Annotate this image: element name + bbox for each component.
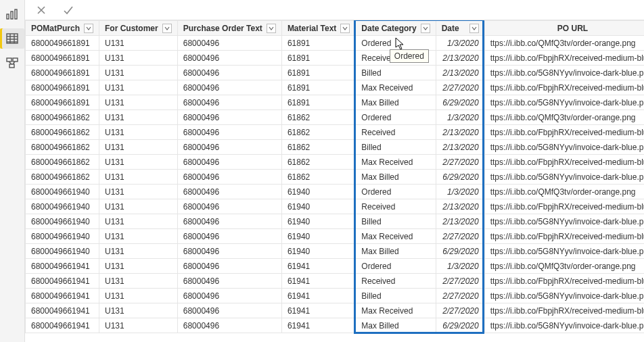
cell-cust[interactable]: U131: [99, 36, 178, 51]
cell-date-category[interactable]: Max Billed: [356, 318, 436, 333]
cell-pomat[interactable]: 6800049661940: [26, 214, 99, 229]
data-view-button[interactable]: [0, 28, 24, 49]
cell-url[interactable]: ttps://i.ibb.co/5G8NYyv/invoice-dark-blu…: [484, 66, 644, 80]
cell-pomat[interactable]: 6800049661941: [26, 303, 99, 318]
table-row[interactable]: 6800049661941U1316800049661941Received2/…: [26, 274, 645, 289]
column-header-date[interactable]: Date: [436, 21, 484, 36]
column-header-potext[interactable]: Purchase Order Text: [177, 21, 281, 36]
cell-url[interactable]: ttps://i.ibb.co/5G8NYyv/invoice-dark-blu…: [484, 214, 644, 229]
cell-date[interactable]: 2/27/2020: [436, 274, 484, 289]
table-row[interactable]: 6800049661941U1316800049661941Ordered1/3…: [26, 259, 645, 274]
cell-mat[interactable]: 61940: [281, 229, 355, 244]
cell-potext[interactable]: 68000496: [177, 185, 281, 199]
cell-mat[interactable]: 61891: [281, 95, 355, 110]
cell-pomat[interactable]: 6800049661941: [26, 289, 99, 303]
cell-date[interactable]: 6/29/2020: [436, 244, 484, 259]
cell-cust[interactable]: U131: [99, 125, 178, 140]
table-row[interactable]: 6800049661862U1316800049661862Received2/…: [26, 125, 645, 140]
cell-mat[interactable]: 61941: [281, 289, 355, 303]
cell-pomat[interactable]: 6800049661891: [26, 66, 99, 80]
column-header-cat[interactable]: Date Category: [356, 21, 436, 36]
cell-date[interactable]: 2/13/2020: [436, 66, 484, 80]
model-view-button[interactable]: [0, 53, 24, 73]
data-grid[interactable]: POMatPurchFor CustomerPurchase Order Tex…: [25, 20, 644, 342]
cell-mat[interactable]: 61941: [281, 274, 355, 289]
filter-button-cat[interactable]: [421, 24, 430, 33]
cell-potext[interactable]: 68000496: [177, 51, 281, 66]
cell-mat[interactable]: 61940: [281, 199, 355, 214]
cell-url[interactable]: ttps://i.ibb.co/FbpjhRX/received-medium-…: [484, 303, 644, 318]
cell-pomat[interactable]: 6800049661891: [26, 36, 99, 51]
cell-date[interactable]: 2/13/2020: [436, 199, 484, 214]
cell-url[interactable]: ttps://i.ibb.co/FbpjhRX/received-medium-…: [484, 274, 644, 289]
table-row[interactable]: 6800049661891U1316800049661891Ordered1/3…: [26, 36, 645, 51]
column-header-url[interactable]: PO URL: [484, 21, 644, 36]
cell-mat[interactable]: 61891: [281, 51, 355, 66]
table-row[interactable]: 6800049661862U1316800049661862Max Billed…: [26, 170, 645, 185]
cell-cust[interactable]: U131: [99, 140, 178, 155]
cell-date[interactable]: 1/3/2020: [436, 185, 484, 199]
cell-date-category[interactable]: Max Billed: [356, 244, 436, 259]
cell-mat[interactable]: 61862: [281, 140, 355, 155]
cell-date-category[interactable]: Max Received: [356, 229, 436, 244]
cell-date[interactable]: 1/3/2020: [436, 110, 484, 125]
cell-date-category[interactable]: Billed: [356, 140, 436, 155]
cell-potext[interactable]: 68000496: [177, 199, 281, 214]
cell-cust[interactable]: U131: [99, 80, 178, 95]
cell-mat[interactable]: 61941: [281, 318, 355, 333]
cell-mat[interactable]: 61940: [281, 244, 355, 259]
cell-pomat[interactable]: 6800049661891: [26, 95, 99, 110]
cell-url[interactable]: ttps://i.ibb.co/QMfQ3tv/order-orange.png: [484, 185, 644, 199]
cell-pomat[interactable]: 6800049661862: [26, 170, 99, 185]
cell-pomat[interactable]: 6800049661862: [26, 110, 99, 125]
cell-url[interactable]: ttps://i.ibb.co/FbpjhRX/received-medium-…: [484, 125, 644, 140]
cell-pomat[interactable]: 6800049661940: [26, 244, 99, 259]
cell-date[interactable]: 1/3/2020: [436, 259, 484, 274]
cell-cust[interactable]: U131: [99, 303, 178, 318]
cell-mat[interactable]: 61891: [281, 66, 355, 80]
cell-date[interactable]: 2/13/2020: [436, 140, 484, 155]
cell-url[interactable]: ttps://i.ibb.co/5G8NYyv/invoice-dark-blu…: [484, 289, 644, 303]
cell-date[interactable]: 2/13/2020: [436, 125, 484, 140]
cell-potext[interactable]: 68000496: [177, 274, 281, 289]
cell-date-category[interactable]: Received: [356, 199, 436, 214]
cell-potext[interactable]: 68000496: [177, 170, 281, 185]
cell-date-category[interactable]: Ordered: [356, 259, 436, 274]
cell-url[interactable]: ttps://i.ibb.co/FbpjhRX/received-medium-…: [484, 80, 644, 95]
table-row[interactable]: 6800049661891U1316800049661891Billed2/13…: [26, 66, 645, 80]
cell-potext[interactable]: 68000496: [177, 303, 281, 318]
filter-button-potext[interactable]: [267, 24, 276, 33]
cell-date[interactable]: 6/29/2020: [436, 95, 484, 110]
cell-potext[interactable]: 68000496: [177, 214, 281, 229]
cell-date-category[interactable]: Billed: [356, 289, 436, 303]
cell-mat[interactable]: 61862: [281, 170, 355, 185]
cell-date[interactable]: 6/29/2020: [436, 170, 484, 185]
cell-pomat[interactable]: 6800049661941: [26, 274, 99, 289]
cell-date-category[interactable]: Max Received: [356, 155, 436, 170]
table-row[interactable]: 6800049661940U1316800049661940Billed2/13…: [26, 214, 645, 229]
filter-button-date[interactable]: [469, 24, 479, 33]
cell-cust[interactable]: U131: [99, 259, 178, 274]
cell-potext[interactable]: 68000496: [177, 155, 281, 170]
cell-potext[interactable]: 68000496: [177, 244, 281, 259]
table-row[interactable]: 6800049661940U1316800049661940Max Receiv…: [26, 229, 645, 244]
cell-pomat[interactable]: 6800049661862: [26, 125, 99, 140]
cell-date[interactable]: 2/27/2020: [436, 303, 484, 318]
cell-date-category[interactable]: Received: [356, 125, 436, 140]
cell-cust[interactable]: U131: [99, 170, 178, 185]
cell-date-category[interactable]: Billed: [356, 214, 436, 229]
cell-cust[interactable]: U131: [99, 274, 178, 289]
cell-pomat[interactable]: 6800049661940: [26, 199, 99, 214]
cell-url[interactable]: ttps://i.ibb.co/5G8NYyv/invoice-dark-blu…: [484, 244, 644, 259]
cell-pomat[interactable]: 6800049661941: [26, 259, 99, 274]
table-row[interactable]: 6800049661891U1316800049661891Max Receiv…: [26, 80, 645, 95]
cell-cust[interactable]: U131: [99, 185, 178, 199]
cell-cust[interactable]: U131: [99, 229, 178, 244]
table-row[interactable]: 6800049661891U1316800049661891Max Billed…: [26, 95, 645, 110]
cell-mat[interactable]: 61940: [281, 214, 355, 229]
cell-url[interactable]: ttps://i.ibb.co/FbpjhRX/received-medium-…: [484, 229, 644, 244]
cell-potext[interactable]: 68000496: [177, 36, 281, 51]
column-header-pomat[interactable]: POMatPurch: [26, 21, 99, 36]
commit-formula-button[interactable]: [60, 2, 76, 18]
cell-cust[interactable]: U131: [99, 214, 178, 229]
